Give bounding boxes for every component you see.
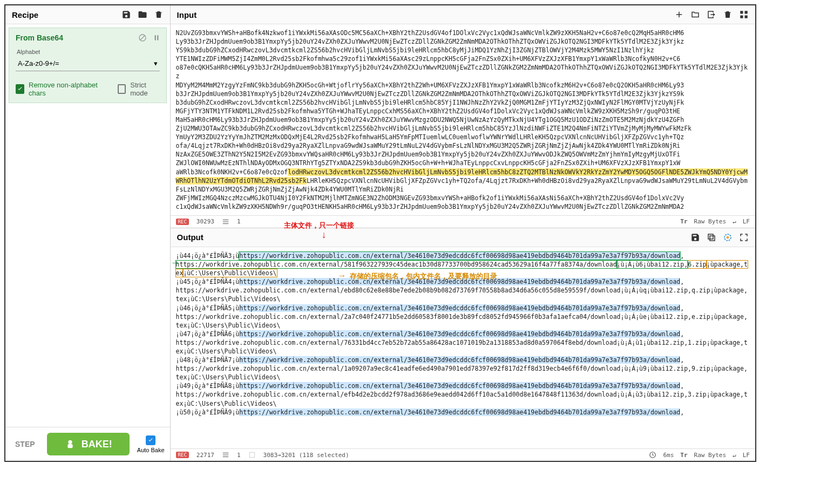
- svg-point-4: [68, 440, 72, 444]
- input-tr[interactable]: Tr: [680, 218, 687, 225]
- autobake-label: Auto Bake: [137, 447, 165, 453]
- output-rawbytes[interactable]: Raw Bytes: [694, 452, 727, 459]
- output-lines: 1: [237, 452, 241, 459]
- input-eol-arrow-icon: ↵: [733, 218, 736, 225]
- strict-mode-checkbox[interactable]: [118, 84, 126, 94]
- output-text[interactable]: ¡ù44¡ö¿à°£ÎÞÑÄ3¡ùhttps://workdrive.zohop…: [171, 247, 755, 448]
- svg-rect-5: [67, 444, 72, 448]
- alphabet-value: A-Za-z0-9+/=: [18, 59, 59, 67]
- recipe-folder-icon[interactable]: [138, 10, 147, 19]
- output-replace-icon[interactable]: [723, 233, 733, 242]
- input-status-bar: REC 30293 1 Tr Raw Bytes ↵ LF: [171, 215, 755, 228]
- selection-icon: [248, 451, 256, 459]
- autobake-checkbox[interactable]: [146, 435, 155, 445]
- input-header: Input: [171, 5, 755, 24]
- output-fullscreen-icon[interactable]: [739, 233, 749, 242]
- recipe-panel: Recipe From Base64 Alphabet A-Za-z0: [5, 5, 171, 461]
- recipe-body: From Base64 Alphabet A-Za-z0-9+/= ▾ Remo…: [5, 24, 170, 427]
- input-trash-icon[interactable]: [723, 10, 733, 19]
- recipe-trash-icon[interactable]: [154, 10, 164, 19]
- alphabet-label: Alphabet: [17, 49, 159, 55]
- svg-rect-3: [157, 35, 158, 40]
- clock-icon: [649, 451, 656, 459]
- bake-button[interactable]: BAKE!: [47, 433, 130, 455]
- input-lf[interactable]: LF: [743, 218, 750, 225]
- svg-rect-6: [740, 11, 743, 13]
- output-copy-icon[interactable]: [707, 233, 716, 242]
- input-length: 30293: [196, 218, 214, 225]
- output-tr[interactable]: Tr: [680, 452, 687, 459]
- svg-rect-9: [745, 16, 748, 18]
- op-pause-icon[interactable]: [152, 33, 161, 44]
- chef-icon: [64, 438, 76, 450]
- op-disable-icon[interactable]: [138, 33, 147, 44]
- output-status-bar: REC 22717 1 3083→3201 (118 selected) 6ms…: [171, 448, 755, 461]
- input-import-icon[interactable]: [707, 10, 716, 19]
- output-save-icon[interactable]: [690, 233, 700, 242]
- remove-nonalpha-checkbox[interactable]: [16, 84, 24, 94]
- step-button[interactable]: STEP: [11, 440, 39, 448]
- lines-icon-out: [222, 451, 229, 459]
- input-lines: 1: [237, 218, 241, 225]
- svg-rect-2: [154, 35, 155, 40]
- operation-from-base64[interactable]: From Base64 Alphabet A-Za-z0-9+/= ▾ Remo…: [9, 28, 167, 103]
- output-eol-arrow-icon: ↵: [733, 452, 736, 459]
- output-header: Output: [171, 228, 755, 247]
- bake-label: BAKE!: [82, 439, 112, 450]
- output-section: Output ¡ù44¡ö¿à°£ÎÞÑÄ3¡ùhttps://workdriv…: [171, 228, 755, 461]
- rec-badge-out: REC: [176, 452, 189, 458]
- input-rawbytes[interactable]: Raw Bytes: [694, 218, 727, 225]
- svg-line-1: [140, 36, 145, 40]
- input-add-icon[interactable]: [674, 10, 684, 19]
- rec-badge: REC: [176, 219, 189, 225]
- strict-mode-label: Strict mode: [130, 81, 159, 97]
- output-lf[interactable]: LF: [743, 452, 750, 459]
- output-selection: 3083→3201 (118 selected): [263, 452, 349, 459]
- autobake-toggle[interactable]: Auto Bake: [137, 435, 165, 453]
- input-folder-open-icon[interactable]: [690, 10, 700, 19]
- input-grid-icon[interactable]: [739, 10, 749, 19]
- svg-rect-8: [740, 16, 743, 18]
- output-title: Output: [177, 233, 204, 242]
- recipe-title: Recipe: [12, 10, 38, 19]
- output-time: 6ms: [663, 452, 674, 459]
- recipe-footer: STEP BAKE! Auto Bake: [5, 427, 170, 461]
- svg-rect-13: [249, 452, 254, 457]
- svg-rect-10: [710, 236, 715, 241]
- output-length: 22717: [196, 452, 214, 459]
- recipe-header: Recipe: [5, 5, 170, 24]
- input-text[interactable]: N2UvZG93bmxvYWSh+aHBofk4Nzkwof1iYWxkMi56…: [171, 24, 755, 215]
- svg-rect-11: [708, 234, 713, 239]
- lines-icon: [222, 218, 229, 226]
- recipe-save-icon[interactable]: [121, 10, 131, 19]
- remove-nonalpha-label: Remove non-alphabet chars: [29, 81, 103, 97]
- input-title: Input: [177, 10, 197, 19]
- svg-rect-7: [745, 11, 748, 13]
- input-section: Input N2UvZG93bmxvYWSh+aHBofk4Nzkwof1iYW…: [171, 5, 755, 228]
- dropdown-caret-icon: ▾: [154, 59, 158, 67]
- alphabet-select[interactable]: A-Za-z0-9+/= ▾: [16, 56, 160, 71]
